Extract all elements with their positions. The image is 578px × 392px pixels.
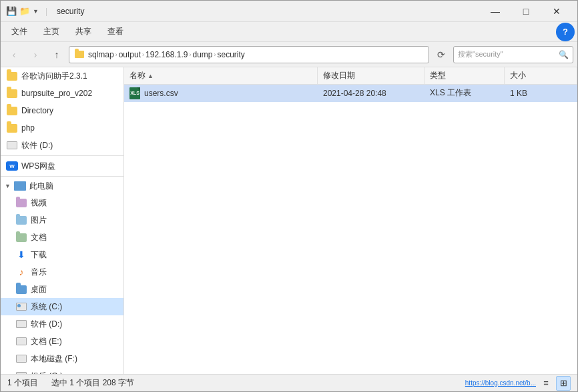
col-header-size[interactable]: 大小 [505,67,577,84]
sidebar-label: 文档 [31,232,47,243]
back-button[interactable]: ‹ [5,45,23,64]
address-dump[interactable]: dump [192,50,212,59]
sidebar-label: 系统 (C:) [31,301,62,313]
sidebar-item-soft-d[interactable]: 软件 (D:) [1,137,123,154]
sidebar-label: 音乐 [31,267,47,278]
file-type: XLS 工作表 [430,87,471,99]
file-name: users.csv [144,89,178,98]
maximize-button[interactable]: □ [511,1,541,22]
menu-share[interactable]: 共享 [67,23,99,40]
sidebar-label: WPS网盘 [21,161,55,172]
details-view-button[interactable]: ≡ [539,376,553,391]
sidebar-item-music[interactable]: ♪ 音乐 [1,263,123,281]
refresh-button[interactable]: ⟳ [432,45,451,64]
address-folder-icon [75,51,84,58]
sidebar-label: 软件 (D:) [31,319,62,330]
drive-e-icon [16,337,27,345]
status-bar: 1 个项目 选中 1 个项目 208 字节 https://blog.csdn.… [1,374,577,391]
address-output[interactable]: output [119,50,141,59]
status-items-count: 1 个项目 [7,377,38,389]
sidebar-item-soft-d2[interactable]: 软件 (D:) [1,315,123,333]
col-date-label: 修改日期 [323,70,355,81]
sidebar-item-doc-e[interactable]: 文档 (E:) [1,333,123,350]
search-placeholder: 搜索"security" [458,49,503,59]
doc-folder-icon [16,233,27,242]
sidebar: 谷歌访问助手2.3.1 burpsuite_pro_v202 Directory… [1,67,124,374]
menu-home[interactable]: 主页 [35,23,67,40]
sidebar-item-php[interactable]: php [1,119,123,137]
address-ip[interactable]: 192.168.1.9 [146,50,188,59]
col-type-label: 类型 [430,70,446,81]
sidebar-item-burp[interactable]: burpsuite_pro_v202 [1,85,123,102]
sidebar-item-download[interactable]: ⬇ 下载 [1,246,123,263]
sidebar-item-sysc[interactable]: 系统 (C:) [1,298,123,315]
pc-icon [14,181,26,191]
folder-icon [7,89,17,98]
sidebar-divider [1,155,123,156]
sidebar-item-directory[interactable]: Directory [1,102,123,119]
toolbar: ‹ › ↑ sqlmap › output › 192.168.1.9 › du… [1,42,577,67]
sidebar-item-video[interactable]: 视频 [1,194,123,211]
quick-dropdown-icon[interactable]: ▼ [33,8,39,15]
file-size: 1 KB [510,89,527,98]
sidebar-label: 本地磁盘 (F:) [31,353,77,365]
file-date: 2021-04-28 20:48 [323,89,386,98]
sidebar-label: 谷歌访问助手2.3.1 [21,71,87,82]
minimize-button[interactable]: — [480,1,511,22]
wps-cloud-icon: W [6,161,18,171]
sidebar-label: php [21,123,35,133]
up-button[interactable]: ↑ [47,45,66,64]
large-icon-view-button[interactable]: ⊞ [556,376,571,391]
title-bar-icons: 💾 📁 ▼ | [6,6,51,16]
sidebar-label: Directory [21,106,53,115]
csv-icon: XLS [129,87,140,99]
address-bar[interactable]: sqlmap › output › 192.168.1.9 › dump › s… [69,46,429,63]
sidebar-item-local-f[interactable]: 本地磁盘 (F:) [1,350,123,367]
sidebar-item-desktop[interactable]: 桌面 [1,281,123,298]
music-icon: ♪ [19,267,24,277]
address-sqlmap[interactable]: sqlmap [88,50,114,59]
sidebar-item-photo[interactable]: 图片 [1,211,123,229]
sidebar-label: 桌面 [31,284,47,295]
address-security[interactable]: security [218,50,245,59]
watermark-url: https://blog.csdn.net/b... [465,379,536,387]
sidebar-label: 图片 [31,215,47,226]
window-controls: — □ ✕ [480,1,572,22]
sidebar-item-doc[interactable]: 文档 [1,229,123,246]
sidebar-label: 视频 [31,197,47,209]
download-icon: ⬇ [17,249,25,260]
file-row-users[interactable]: XLS users.csv 2021-04-28 20:48 XLS 工作表 1… [124,85,577,102]
menu-view[interactable]: 查看 [99,23,131,40]
forward-button[interactable]: › [26,45,45,64]
main-area: 谷歌访问助手2.3.1 burpsuite_pro_v202 Directory… [1,67,577,374]
close-button[interactable]: ✕ [541,1,572,22]
quick-folder-icon: 📁 [19,6,30,16]
sidebar-label: 下载 [31,249,47,261]
drive-icon [7,141,17,149]
sidebar-item-wps[interactable]: W WPS网盘 [1,157,123,175]
sidebar-item-music-g[interactable]: 娱乐 (G:) [1,367,123,374]
status-right: https://blog.csdn.net/b... ≡ ⊞ [465,376,571,391]
sidebar-this-pc[interactable]: ▼ 此电脑 [1,178,123,194]
search-bar[interactable]: 搜索"security" 🔍 [453,46,573,63]
col-size-label: 大小 [510,70,526,81]
col-header-type[interactable]: 类型 [424,67,505,84]
desktop-folder-icon [16,285,27,294]
sidebar-item-googler[interactable]: 谷歌访问助手2.3.1 [1,67,123,85]
col-header-name[interactable]: 名称 ▲ [124,67,318,84]
file-cell-date: 2021-04-28 20:48 [318,85,424,101]
quick-save-icon: 💾 [6,6,17,16]
menu-bar: 文件 主页 共享 查看 ? [1,22,577,42]
help-button[interactable]: ? [556,23,575,41]
drive-d-icon [16,320,27,328]
drive-c-icon [16,303,27,311]
content-area: 名称 ▲ 修改日期 类型 大小 XLS us [124,67,577,374]
sidebar-label: 文档 (E:) [31,336,62,347]
sidebar-label: 软件 (D:) [21,140,53,151]
col-header-date[interactable]: 修改日期 [318,67,424,84]
folder-icon [7,124,17,133]
sidebar-divider2 [1,176,123,177]
file-cell-name: XLS users.csv [124,85,318,101]
file-list-header: 名称 ▲ 修改日期 类型 大小 [124,67,577,85]
menu-file[interactable]: 文件 [3,23,35,40]
